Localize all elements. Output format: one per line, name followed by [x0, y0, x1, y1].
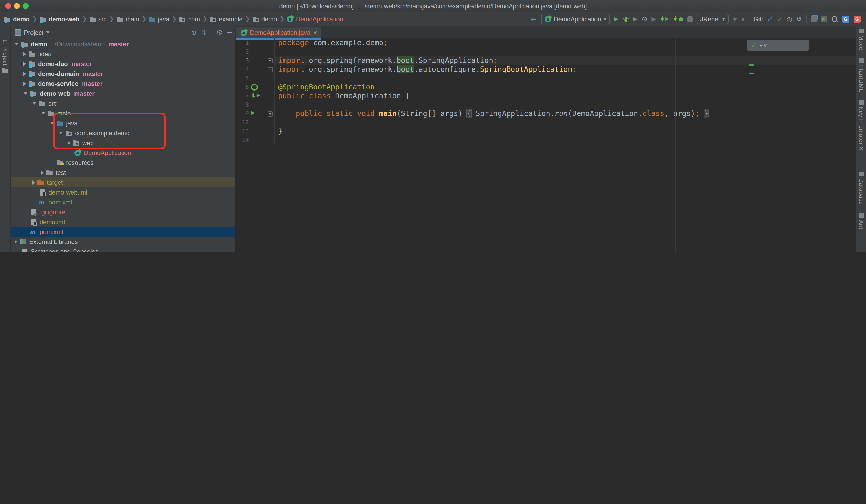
run-anything-button[interactable]: ▶	[821, 16, 827, 22]
run-button[interactable]: ▶	[614, 16, 619, 22]
collapse-all-button[interactable]: ⇅	[201, 30, 207, 36]
hide-panel-button[interactable]	[227, 32, 232, 33]
close-icon[interactable]: ✕	[313, 30, 318, 36]
code-line[interactable]: 4−import org.springframework.boot.autoco…	[235, 65, 856, 74]
tree-row[interactable]: target	[11, 177, 235, 187]
tool-strip-button[interactable]: 1: Project	[0, 39, 10, 75]
tool-strip-button[interactable]: PlantUML	[856, 58, 866, 92]
hand-button[interactable]	[687, 16, 692, 22]
breadcrumb-item[interactable]: demo	[4, 15, 30, 23]
tree-expand-arrow[interactable]	[32, 180, 35, 184]
diff-button[interactable]	[811, 16, 817, 22]
locate-file-button[interactable]: ⊕	[191, 30, 196, 36]
breadcrumb-item[interactable]: DemoApplication	[287, 15, 343, 23]
tree-row[interactable]: web	[11, 138, 235, 148]
history-button[interactable]: ◷	[787, 16, 792, 22]
tree-row[interactable]: demo-web.iml	[11, 187, 235, 197]
code-line[interactable]: 5	[235, 74, 856, 83]
run-disabled-button[interactable]: ▶	[652, 16, 656, 22]
minimize-window-button[interactable]	[14, 3, 20, 9]
git-commit-button[interactable]: ✓	[777, 16, 782, 22]
tool-strip-button[interactable]: Maven	[856, 28, 866, 54]
tree-row[interactable]: test	[11, 168, 235, 177]
tree-row[interactable]: demo~/Downloads/demomaster	[11, 39, 235, 49]
breadcrumb-item[interactable]: demo-web	[40, 15, 79, 23]
tree-expand-arrow[interactable]	[23, 92, 27, 95]
tree-row[interactable]: demo-domainmaster	[11, 69, 235, 79]
tree-expand-arrow[interactable]	[23, 52, 26, 56]
breadcrumb-item[interactable]: example	[210, 15, 243, 23]
code-line[interactable]: 12	[235, 118, 856, 127]
gear-icon[interactable]: ⚙	[216, 29, 222, 36]
tree-row[interactable]: ⊘.gitignore	[11, 207, 235, 217]
jrebel-debug-button[interactable]	[673, 16, 683, 22]
project-view-title[interactable]: Project	[24, 29, 44, 36]
tree-expand-arrow[interactable]	[59, 131, 63, 134]
jrebel-icon[interactable]	[251, 93, 256, 98]
translate-red-button[interactable]: G	[854, 15, 861, 23]
breadcrumb-item[interactable]: java	[149, 15, 169, 23]
code-line[interactable]: 3−import org.springframework.boot.Spring…	[235, 56, 856, 65]
debug-button[interactable]	[623, 16, 629, 22]
breadcrumb-item[interactable]: src	[90, 15, 107, 23]
tree-row[interactable]: demo.iml	[11, 217, 235, 227]
translate-blue-button[interactable]: G	[842, 15, 850, 23]
tree-row[interactable]: .idea	[11, 49, 235, 59]
code-line[interactable]: 6@SpringBootApplication	[235, 83, 856, 92]
close-window-button[interactable]	[5, 3, 11, 9]
git-update-button[interactable]: ↙	[767, 15, 773, 22]
tree-expand-arrow[interactable]	[14, 240, 17, 244]
tree-expand-arrow[interactable]	[41, 112, 45, 114]
tree-expand-arrow[interactable]	[23, 81, 26, 85]
breadcrumb-item[interactable]: com	[179, 15, 200, 23]
zoom-window-button[interactable]	[23, 3, 29, 9]
tree-row[interactable]: mpom.xml	[11, 197, 235, 207]
stop-disabled-button[interactable]: ■	[742, 16, 745, 22]
back-arrow-button[interactable]: ↩	[531, 15, 537, 23]
chevron-down-icon[interactable]	[46, 32, 50, 34]
tree-row[interactable]: demo-servicemaster	[11, 79, 235, 89]
spring-bean-icon[interactable]	[251, 84, 258, 91]
tree-expand-arrow[interactable]	[23, 71, 26, 76]
tree-row[interactable]: src	[11, 98, 235, 108]
tree-expand-arrow[interactable]	[14, 43, 19, 45]
code-line[interactable]: 13}	[235, 127, 856, 136]
tree-expand-arrow[interactable]	[68, 141, 70, 145]
coverage-button[interactable]: ▶	[633, 16, 638, 22]
code-editor[interactable]: 1package com.example.demo;23−import org.…	[235, 38, 856, 252]
code-line[interactable]: 8	[235, 100, 856, 109]
tool-strip-button[interactable]: Key Promoter X	[856, 100, 866, 151]
tree-row[interactable]: main	[11, 108, 235, 118]
tree-row[interactable]: java	[11, 118, 235, 128]
jrebel-run-button[interactable]: ▶	[660, 16, 669, 22]
tree-expand-arrow[interactable]	[41, 170, 44, 174]
editor-tab[interactable]: DemoApplication.java ✕	[236, 27, 322, 40]
breadcrumb-item[interactable]: demo	[253, 15, 277, 23]
tree-row[interactable]: Scratches and Consoles	[11, 247, 235, 252]
run-config-combo[interactable]: DemoApplication▾	[541, 13, 610, 24]
tool-strip-button[interactable]: Database	[856, 172, 866, 205]
search-button[interactable]	[831, 15, 838, 22]
tree-row[interactable]: mpom.xml	[11, 227, 235, 237]
fold-marker[interactable]: −	[268, 58, 273, 64]
code-line[interactable]: 14	[235, 136, 856, 145]
tree-expand-arrow[interactable]	[23, 62, 26, 66]
tree-row[interactable]: DemoApplication	[11, 148, 235, 158]
fold-marker[interactable]: −	[268, 67, 273, 72]
tree-expand-arrow[interactable]	[50, 122, 54, 124]
rollback-button[interactable]: ↺	[796, 15, 802, 22]
tree-row[interactable]: demo-daomaster	[11, 59, 235, 69]
tree-row[interactable]: resources	[11, 158, 235, 168]
bolt-disabled-button[interactable]	[733, 16, 737, 22]
tree-row[interactable]: External Libraries	[11, 237, 235, 247]
tree-expand-arrow[interactable]	[32, 102, 36, 105]
code-line[interactable]: 7▶public class DemoApplication {	[235, 92, 856, 100]
tool-strip-button[interactable]: Ant	[856, 213, 866, 229]
tree-row[interactable]: com.example.demo	[11, 128, 235, 138]
breadcrumb-item[interactable]: main	[116, 15, 139, 23]
fold-marker[interactable]: +	[268, 111, 273, 116]
jrebel-combo[interactable]: JRebel▾	[697, 13, 729, 24]
tree-row[interactable]: demo-webmaster	[11, 89, 235, 98]
profiler-button[interactable]: ⊙	[642, 15, 647, 22]
code-line[interactable]: 9▶+ public static void main(String[] arg…	[235, 109, 856, 118]
